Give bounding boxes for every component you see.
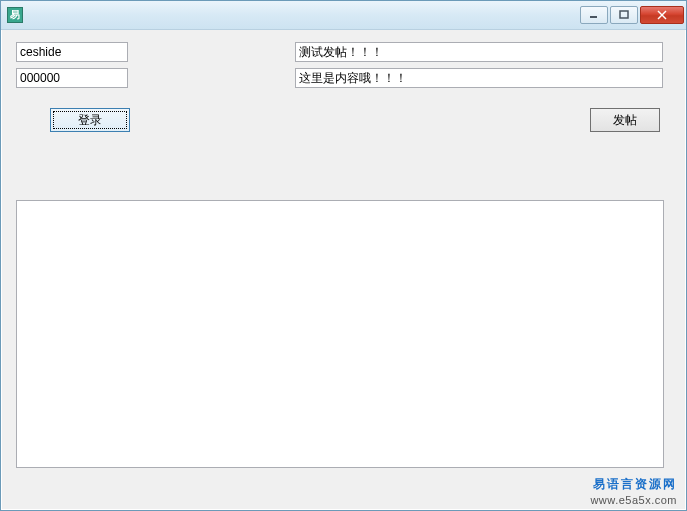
footer-url: www.e5a5x.com [590, 493, 677, 507]
footer-brand: 易语言资源网 [590, 477, 677, 493]
password-input[interactable] [16, 68, 128, 88]
post-title-input[interactable] [295, 42, 663, 62]
maximize-button[interactable] [610, 6, 638, 24]
username-input[interactable] [16, 42, 128, 62]
app-window: 易 登录 发帖 易语言资源网 www.e5a5x.com [0, 0, 687, 511]
post-button[interactable]: 发帖 [590, 108, 660, 132]
footer: 易语言资源网 www.e5a5x.com [590, 477, 677, 507]
close-button[interactable] [640, 6, 684, 24]
post-content-input[interactable] [295, 68, 663, 88]
login-button[interactable]: 登录 [50, 108, 130, 132]
titlebar-left: 易 [7, 7, 29, 23]
titlebar[interactable]: 易 [1, 1, 686, 30]
app-icon: 易 [7, 7, 23, 23]
svg-rect-1 [620, 11, 628, 18]
minimize-button[interactable] [580, 6, 608, 24]
client-area: 登录 发帖 易语言资源网 www.e5a5x.com [2, 30, 685, 509]
output-textarea[interactable] [16, 200, 664, 468]
window-controls [580, 6, 684, 24]
